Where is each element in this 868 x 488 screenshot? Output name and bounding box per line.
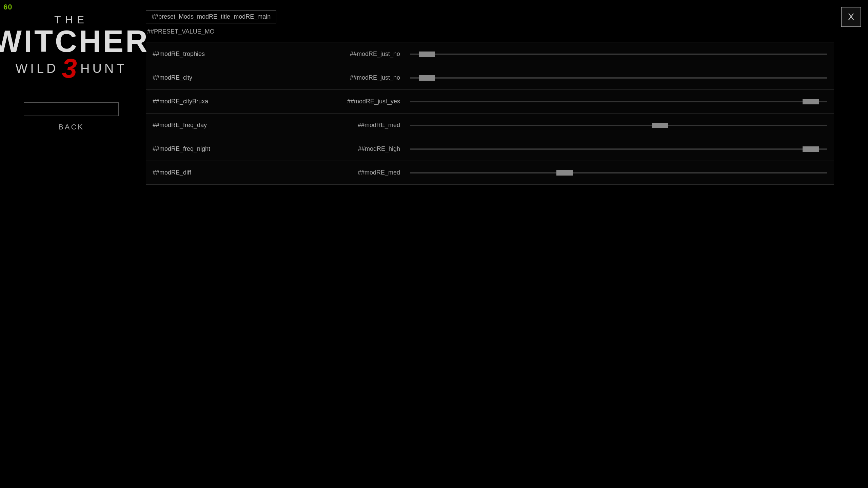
logo-three: 3 xyxy=(62,55,77,82)
slider-handle-3[interactable] xyxy=(652,123,668,128)
right-panel: ##preset_Mods_modRE_title_modRE_main ##P… xyxy=(146,10,834,185)
setting-value-2: ##modRE_just_yes xyxy=(322,98,410,105)
setting-value-4: ##modRE_high xyxy=(322,145,410,152)
logo-hunt: HUNT xyxy=(80,61,127,76)
setting-slider-container-0[interactable] xyxy=(410,51,827,58)
game-logo: THE WITCHER WILD 3 HUNT xyxy=(0,14,150,82)
setting-name-5: ##modRE_diff xyxy=(153,169,322,176)
logo-wild-hunt-row: WILD 3 HUNT xyxy=(15,55,127,82)
setting-row: ##modRE_cityBruxa ##modRE_just_yes xyxy=(146,90,834,114)
setting-slider-container-1[interactable] xyxy=(410,75,827,81)
slider-handle-1[interactable] xyxy=(419,75,435,81)
slider-handle-2[interactable] xyxy=(803,99,819,104)
setting-value-1: ##modRE_just_no xyxy=(322,74,410,81)
setting-value-5: ##modRE_med xyxy=(322,169,410,176)
setting-slider-container-4[interactable] xyxy=(410,146,827,152)
setting-row: ##modRE_freq_night ##modRE_high xyxy=(146,137,834,161)
left-panel: THE WITCHER WILD 3 HUNT BACK xyxy=(0,0,142,176)
slider-handle-4[interactable] xyxy=(803,146,819,152)
setting-slider-container-2[interactable] xyxy=(410,98,827,105)
preset-title: ##preset_Mods_modRE_title_modRE_main xyxy=(146,10,276,23)
slider-track-4 xyxy=(410,148,827,150)
setting-value-3: ##modRE_med xyxy=(322,122,410,129)
logo-wild: WILD xyxy=(15,61,58,76)
slider-track-0 xyxy=(410,54,827,55)
slider-handle-0[interactable] xyxy=(419,52,435,57)
slider-track-3 xyxy=(410,125,827,126)
setting-slider-container-5[interactable] xyxy=(410,169,827,176)
settings-list: ##modRE_trophies ##modRE_just_no ##modRE… xyxy=(146,42,834,185)
setting-name-4: ##modRE_freq_night xyxy=(153,145,322,152)
setting-name-3: ##modRE_freq_day xyxy=(153,122,322,129)
setting-slider-container-3[interactable] xyxy=(410,122,827,129)
slider-track-2 xyxy=(410,101,827,102)
slider-handle-5[interactable] xyxy=(556,170,573,176)
back-button[interactable]: BACK xyxy=(58,123,84,131)
setting-name-1: ##modRE_city xyxy=(153,74,322,81)
setting-row: ##modRE_freq_day ##modRE_med xyxy=(146,114,834,137)
slider-track-1 xyxy=(410,77,827,79)
slider-track-5 xyxy=(410,172,827,174)
close-button[interactable]: X xyxy=(841,7,861,27)
logo-witcher: WITCHER xyxy=(0,26,150,57)
setting-value-0: ##modRE_just_no xyxy=(322,50,410,58)
search-input[interactable] xyxy=(24,102,119,116)
setting-row: ##modRE_city ##modRE_just_no xyxy=(146,66,834,90)
setting-row: ##modRE_diff ##modRE_med xyxy=(146,161,834,185)
preset-value: ##PRESET_VALUE_MO xyxy=(146,28,834,35)
setting-name-2: ##modRE_cityBruxa xyxy=(153,98,322,105)
setting-row: ##modRE_trophies ##modRE_just_no xyxy=(146,42,834,66)
setting-name-0: ##modRE_trophies xyxy=(153,50,322,58)
